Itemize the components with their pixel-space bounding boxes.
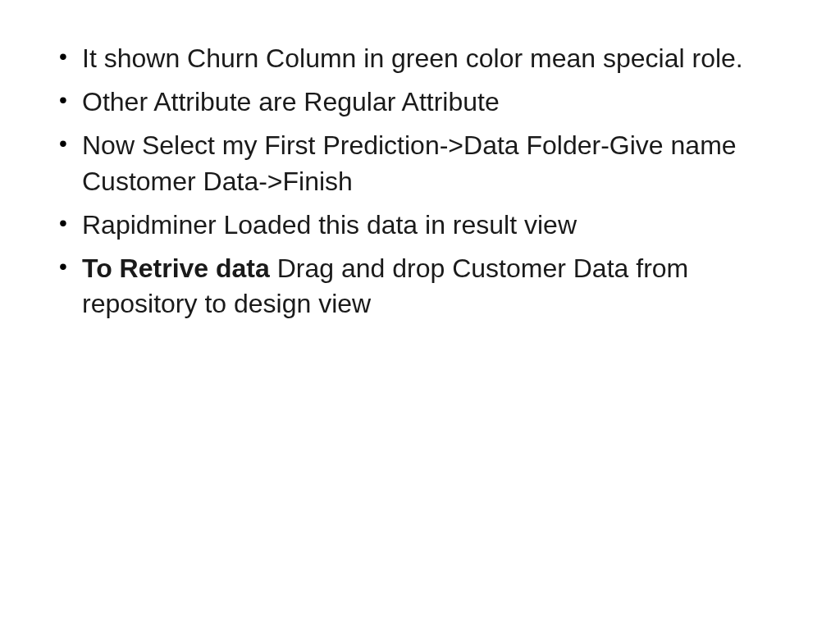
list-item: Rapidminer Loaded this data in result vi… (49, 208, 791, 243)
bullet-text: Other Attribute are Regular Attribute (82, 87, 500, 116)
list-item: To Retrive data Drag and drop Customer D… (49, 251, 791, 322)
list-item: Other Attribute are Regular Attribute (49, 84, 791, 120)
bullet-text-bold: To Retrive data (82, 253, 277, 283)
bullet-list: It shown Churn Column in green color mea… (49, 41, 791, 322)
list-item: Now Select my First Prediction->Data Fol… (49, 128, 791, 199)
bullet-text: It shown Churn Column in green color mea… (82, 43, 743, 73)
list-item: It shown Churn Column in green color mea… (49, 41, 791, 76)
bullet-text: Rapidminer Loaded this data in result vi… (82, 210, 577, 240)
bullet-text: Now Select my First Prediction->Data Fol… (82, 130, 737, 195)
